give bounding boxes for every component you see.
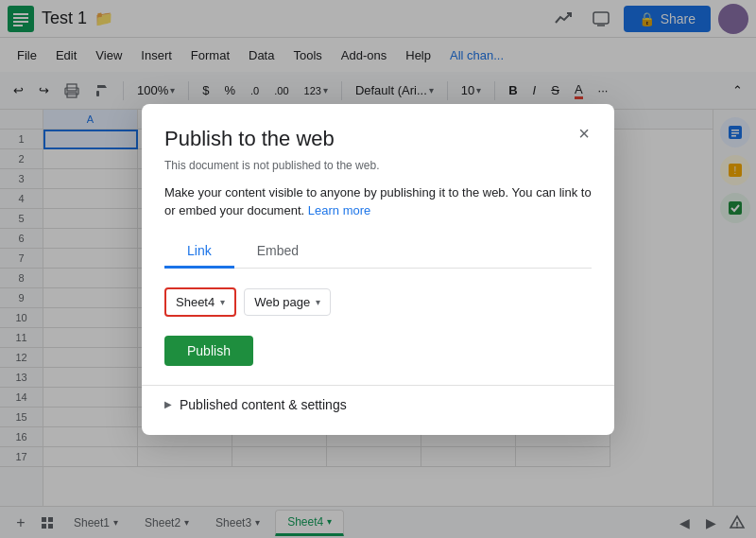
type-dropdown[interactable]: Web page ▾: [244, 288, 331, 316]
learn-more-link[interactable]: Learn more: [308, 203, 370, 217]
modal-description: Make your content visible to anyone by p…: [164, 183, 592, 220]
modal-tabs: Link Embed: [164, 235, 592, 269]
publish-modal: × Publish to the web This document is no…: [142, 104, 614, 435]
modal-close-button[interactable]: ×: [569, 119, 599, 149]
modal-title: Publish to the web: [164, 127, 592, 151]
modal-overlay[interactable]: × Publish to the web This document is no…: [0, 0, 756, 538]
type-dropdown-chevron: ▾: [316, 297, 320, 307]
type-dropdown-label: Web page: [254, 295, 310, 309]
triangle-icon: ▶: [164, 399, 172, 409]
tab-link[interactable]: Link: [164, 235, 234, 269]
modal-divider: [142, 385, 614, 386]
sheet-dropdown-label: Sheet4: [176, 295, 215, 309]
published-content-row[interactable]: ▶ Published content & settings: [164, 397, 592, 412]
modal-status: This document is not published to the we…: [164, 159, 592, 172]
sheet-dropdown-chevron: ▾: [220, 297, 225, 307]
published-content-label: Published content & settings: [180, 397, 347, 412]
tab-embed[interactable]: Embed: [234, 235, 321, 269]
sheet-dropdown[interactable]: Sheet4 ▾: [164, 287, 236, 317]
publish-button[interactable]: Publish: [164, 336, 253, 366]
dropdown-row: Sheet4 ▾ Web page ▾: [164, 287, 592, 317]
